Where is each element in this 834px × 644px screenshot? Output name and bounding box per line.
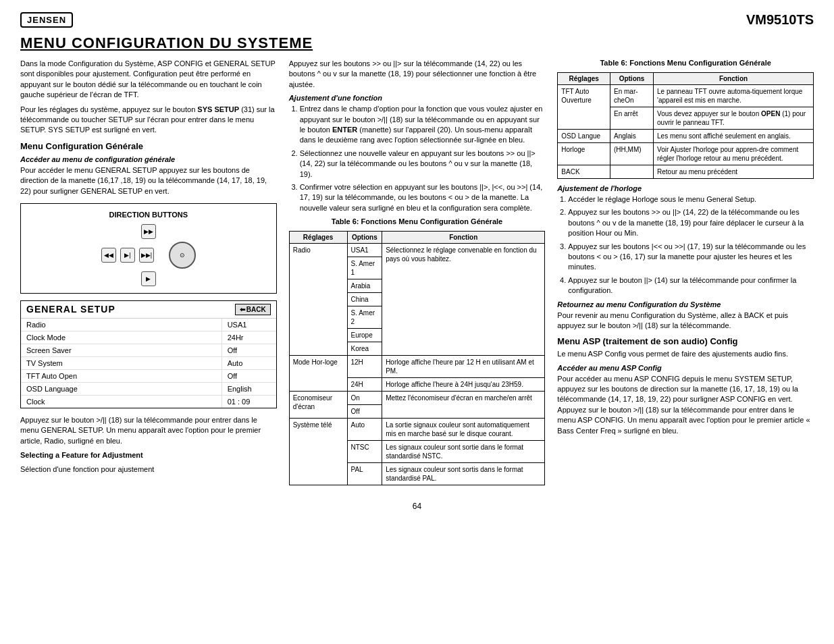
list-item: Appuyez sur les boutons >> ou ||> (14, 2… <box>568 207 814 238</box>
td-fonction: Les signaux couleur sont sortis dans le … <box>382 463 545 485</box>
page-number: 64 <box>413 502 421 511</box>
gs-row-label: Clock Mode <box>21 331 222 344</box>
col2-th-options: Options <box>347 232 382 244</box>
gs-row-value: English <box>222 383 276 395</box>
logo: JENSEN <box>20 12 73 28</box>
col2-table-header-row: Réglages Options Fonction <box>289 232 545 244</box>
col1-intro: Dans la mode Configuration du Système, A… <box>20 59 277 101</box>
td-fonction: Voir Ajuster l'horloge pour appren-dre c… <box>654 143 814 165</box>
col2-adjust-title: Ajustement d'une fonction <box>289 94 546 102</box>
page-footer: 64 <box>20 502 814 511</box>
td-fonction: Horloge affiche l'heure par 12 H en util… <box>382 356 545 378</box>
col2-th-fonction: Fonction <box>382 232 545 244</box>
page-title: MENU CONFIGURATION DU SYSTEME <box>20 34 814 52</box>
model-number: VM9510TS <box>746 12 814 28</box>
td-option: En mar-cheOn <box>610 85 654 107</box>
gs-row-value: 01 : 09 <box>222 396 276 408</box>
col2-th-reglages: Réglages <box>289 232 347 244</box>
list-item: Sélectionnez une nouvelle valeur en appu… <box>300 149 546 180</box>
gs-row: TFT Auto OpenOff <box>21 370 276 383</box>
gs-row: RadioUSA1 <box>21 319 276 331</box>
back-arrow-icon: ⬅ <box>240 306 245 313</box>
column-2: Appuyez sur les boutons >> ou ||> sur la… <box>289 59 546 491</box>
direction-buttons-box: DIRECTION BUTTONS ▶▶ ◀◀ ▶| ▶▶| ⊙ ▶ <box>20 203 277 294</box>
td-fonction: Les menu sont affiché seulement en angla… <box>654 130 814 143</box>
direction-label: DIRECTION BUTTONS <box>28 211 269 219</box>
td-reglages: TFT Auto Ouverture <box>558 85 610 130</box>
gs-row-value: Off <box>222 344 276 356</box>
td-option: S. Amer 1 <box>347 257 382 279</box>
section-title-config: Menu Configuration Générale <box>20 141 277 151</box>
list-item: Confirmer votre sélection en appuyant su… <box>300 182 546 213</box>
td-option: On <box>347 392 382 405</box>
col3-th-fonction: Fonction <box>654 73 814 85</box>
gs-row: TV SystemAuto <box>21 357 276 370</box>
td-option: S. Amer 2 <box>347 306 382 329</box>
td-option: Korea <box>347 342 382 356</box>
td-option: China <box>347 293 382 306</box>
td-option: PAL <box>347 463 382 485</box>
col2-table-caption: Table 6: Fonctions Menu Configuration Gé… <box>289 217 546 225</box>
asp-acced-text: Pour accéder au menu ASP CONFIG depuis l… <box>557 374 814 436</box>
btn-down: ▶ <box>141 271 156 286</box>
col3-th-reglages: Réglages <box>558 73 610 85</box>
td-option: (HH,MM) <box>610 143 654 165</box>
table-row: BACK Retour au menu précédent <box>558 165 814 179</box>
td-option: Anglais <box>610 130 654 143</box>
table-row: Economiseur d'écran On Mettez l'économis… <box>289 392 545 405</box>
btn-play: ▶| <box>120 248 135 263</box>
gs-row-label: TV System <box>21 357 222 369</box>
retour-title: Retournez au menu Configuration du Systè… <box>557 300 814 308</box>
gs-row-value: Off <box>222 370 276 382</box>
td-fonction: La sortie signaux couleur sont automatiq… <box>382 419 545 441</box>
td-option: Europe <box>347 329 382 342</box>
col1-sys-setup: Pour les réglages du système, appuyez su… <box>20 105 277 136</box>
td-option: 24H <box>347 378 382 392</box>
table-row: Mode Hor-loge 12H Horloge affiche l'heur… <box>289 356 545 378</box>
col1-selecting-text: Sélection d'une fonction pour ajustement <box>20 464 277 475</box>
td-reglages: BACK <box>558 165 610 179</box>
table-row: OSD Langue Anglais Les menu sont affiché… <box>558 130 814 143</box>
retour-text: Pour revenir au menu Configuration du Sy… <box>557 311 814 331</box>
td-fonction: Sélectionnez le réglage convenable en fo… <box>382 244 545 356</box>
page: JENSEN VM9510TS MENU CONFIGURATION DU SY… <box>0 0 834 644</box>
horloge-steps-list: Accéder le réglage Horloge sous le menu … <box>557 194 814 296</box>
table-row: TFT Auto Ouverture En mar-cheOn Le panne… <box>558 85 814 107</box>
col3-table-caption: Table 6: Fonctions Menu Configuration Gé… <box>557 59 814 67</box>
col3-table-header-row: Réglages Options Fonction <box>558 73 814 85</box>
col3-table-head: Réglages Options Fonction <box>558 73 814 85</box>
asp-text: Le menu ASP Config vous permet de faire … <box>557 349 814 359</box>
col1-acced-text: Pour accéder le menu GENERAL SETUP appuy… <box>20 165 277 196</box>
td-option: En arrêt <box>610 107 654 130</box>
table-row: Horloge (HH,MM) Voir Ajuster l'horloge p… <box>558 143 814 165</box>
td-option <box>610 165 654 179</box>
asp-acced-title: Accéder au menu ASP Config <box>557 364 814 372</box>
td-reglages: OSD Langue <box>558 130 610 143</box>
gs-row: Clock Mode24Hr <box>21 331 276 344</box>
gs-row-value: Auto <box>222 357 276 369</box>
list-item: Accéder le réglage Horloge sous le menu … <box>568 194 814 205</box>
joystick-circle: ⊙ <box>169 242 196 269</box>
column-1: Dans la mode Configuration du Système, A… <box>20 59 277 479</box>
btn-row-bot: ▶ <box>141 271 156 286</box>
td-fonction: Vous devez appuyer sur le bouton OPEN (1… <box>654 107 814 130</box>
gs-row-label: TFT Auto Open <box>21 370 222 382</box>
td-fonction: Retour au menu précédent <box>654 165 814 179</box>
td-fonction: Le panneau TFT ouvre automa-tiquement lo… <box>654 85 814 107</box>
content-columns: Dans la mode Configuration du Système, A… <box>20 59 814 491</box>
td-reglages: Mode Hor-loge <box>289 356 347 392</box>
col3-th-options: Options <box>610 73 654 85</box>
gs-back-button[interactable]: ⬅ BACK <box>235 304 271 315</box>
gs-row-value: 24Hr <box>222 331 276 344</box>
col2-table-body: Radio USA1 Sélectionnez le réglage conve… <box>289 244 545 485</box>
td-reglages: Economiseur d'écran <box>289 392 347 419</box>
td-option: Arabia <box>347 279 382 293</box>
gs-row: Clock01 : 09 <box>21 396 276 408</box>
gs-row-label: OSD Language <box>21 383 222 395</box>
gs-rows-container: RadioUSA1Clock Mode24HrScreen SaverOffTV… <box>21 319 276 408</box>
col3-table-body: TFT Auto Ouverture En mar-cheOn Le panne… <box>558 85 814 179</box>
list-item: Appuyez sur les boutons |<< ou >>| (17, … <box>568 242 814 273</box>
td-reglages: Système télé <box>289 419 347 485</box>
btn-fwd: ▶▶ <box>141 224 156 239</box>
column-3: Table 6: Fonctions Menu Configuration Gé… <box>557 59 814 440</box>
